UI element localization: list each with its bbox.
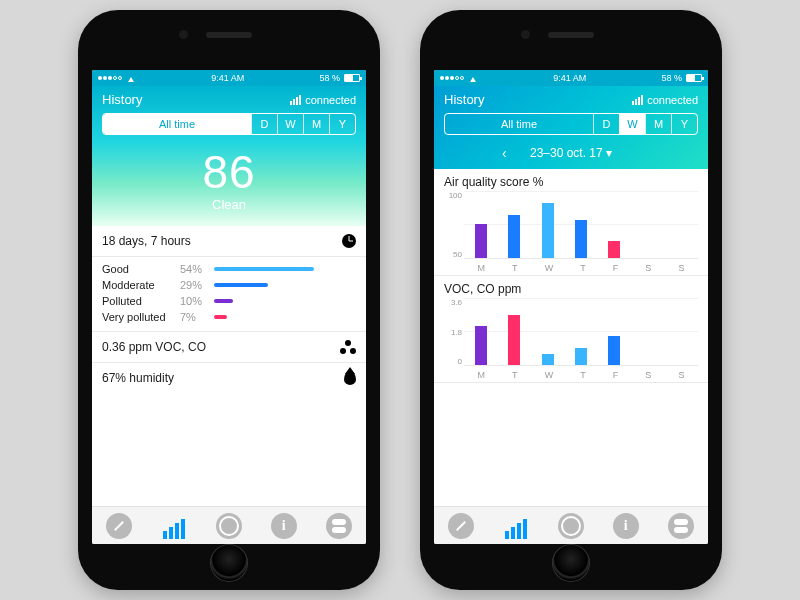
phone-left: 9:41 AM 58 % History connected All time … — [78, 10, 380, 590]
tab-settings[interactable] — [668, 513, 694, 539]
home-button[interactable] — [210, 544, 248, 582]
chart-block: Air quality score %10050MTWTFSS — [434, 169, 708, 276]
legend-percent: 7% — [180, 311, 214, 323]
range-segmented-control[interactable]: All time D W M Y — [102, 113, 356, 135]
x-axis-labels: MTWTFSS — [464, 370, 698, 380]
wifi-icon — [468, 74, 478, 82]
air-quality-label: Clean — [92, 197, 366, 212]
legend-bar — [214, 267, 314, 271]
chevron-down-icon: ▾ — [606, 146, 612, 160]
chart-bar — [607, 336, 621, 365]
x-tick: F — [613, 263, 619, 273]
prev-week-button[interactable]: ‹ — [502, 145, 520, 161]
molecule-icon — [340, 340, 356, 354]
legend-row: Good54% — [102, 261, 356, 277]
chart-bar — [474, 326, 488, 365]
x-tick: T — [512, 370, 518, 380]
humidity-text: 67% humidity — [102, 371, 174, 385]
chart-bar — [541, 203, 555, 258]
connection-indicator: connected — [290, 94, 356, 106]
voc-text: 0.36 ppm VOC, CO — [102, 340, 206, 354]
legend-percent: 54% — [180, 263, 214, 275]
legend-label: Polluted — [102, 295, 180, 307]
x-tick: M — [478, 370, 486, 380]
chart-bar — [474, 224, 488, 258]
legend-row: Modderate29% — [102, 277, 356, 293]
wifi-icon — [126, 74, 136, 82]
segment-all-time[interactable]: All time — [445, 114, 593, 134]
chart-title: VOC, CO ppm — [444, 282, 698, 296]
page-title: History — [444, 92, 484, 107]
segment-all-time[interactable]: All time — [103, 114, 251, 134]
chart-bar — [507, 215, 521, 258]
segment-day[interactable]: D — [593, 114, 619, 134]
segment-year[interactable]: Y — [671, 114, 697, 134]
battery-icon — [686, 74, 702, 82]
tab-info[interactable] — [271, 513, 297, 539]
tab-globe[interactable] — [558, 513, 584, 539]
x-tick: F — [613, 370, 619, 380]
legend-label: Very polluted — [102, 311, 180, 323]
x-tick: W — [545, 263, 554, 273]
chart-bar — [607, 241, 621, 258]
x-axis-labels: MTWTFSS — [464, 263, 698, 273]
x-tick: M — [478, 263, 486, 273]
connection-indicator: connected — [632, 94, 698, 106]
duration-row[interactable]: 18 days, 7 hours — [92, 226, 366, 257]
segment-day[interactable]: D — [251, 114, 277, 134]
tab-history[interactable] — [161, 513, 187, 539]
signal-bars-icon — [290, 95, 301, 105]
legend-row: Polluted10% — [102, 293, 356, 309]
legend-label: Modderate — [102, 279, 180, 291]
battery-percent: 58 % — [661, 73, 682, 83]
chart-block: VOC, CO ppm3.61.80MTWTFSS — [434, 276, 708, 383]
segment-week[interactable]: W — [277, 114, 303, 134]
connected-label: connected — [647, 94, 698, 106]
water-drop-icon — [344, 371, 356, 385]
tab-gauge[interactable] — [448, 513, 474, 539]
tab-history[interactable] — [503, 513, 529, 539]
humidity-row[interactable]: 67% humidity — [92, 363, 366, 393]
y-axis-labels: 3.61.80 — [444, 298, 462, 366]
chart-plot — [464, 298, 698, 366]
legend-label: Good — [102, 263, 180, 275]
segment-month[interactable]: M — [303, 114, 329, 134]
battery-percent: 58 % — [319, 73, 340, 83]
chart-title: Air quality score % — [444, 175, 698, 189]
tab-settings[interactable] — [326, 513, 352, 539]
status-bar: 9:41 AM 58 % — [92, 70, 366, 86]
x-tick: T — [580, 370, 586, 380]
segment-week[interactable]: W — [619, 114, 645, 134]
y-axis-labels: 10050 — [444, 191, 462, 259]
signal-bars-icon — [632, 95, 643, 105]
chart-bar — [507, 315, 521, 365]
legend-percent: 29% — [180, 279, 214, 291]
air-quality-score: 86 — [92, 145, 366, 199]
battery-icon — [344, 74, 360, 82]
legend-percent: 10% — [180, 295, 214, 307]
legend-bar — [214, 315, 227, 319]
chart-bar — [574, 348, 588, 365]
voc-row[interactable]: 0.36 ppm VOC, CO — [92, 332, 366, 363]
legend-bar — [214, 283, 268, 287]
x-tick: S — [645, 370, 651, 380]
tab-bar — [92, 506, 366, 544]
home-button[interactable] — [552, 544, 590, 582]
segment-month[interactable]: M — [645, 114, 671, 134]
status-time: 9:41 AM — [211, 73, 244, 83]
connected-label: connected — [305, 94, 356, 106]
x-tick: T — [512, 263, 518, 273]
tab-info[interactable] — [613, 513, 639, 539]
duration-text: 18 days, 7 hours — [102, 234, 191, 248]
tab-globe[interactable] — [216, 513, 242, 539]
x-tick: W — [545, 370, 554, 380]
range-segmented-control[interactable]: All time D W M Y — [444, 113, 698, 135]
signal-dots-icon — [440, 76, 464, 80]
date-range-label[interactable]: 23–30 oct. 17 ▾ — [530, 146, 612, 160]
quality-breakdown: Good54%Modderate29%Polluted10%Very pollu… — [92, 257, 366, 332]
chart-plot — [464, 191, 698, 259]
segment-year[interactable]: Y — [329, 114, 355, 134]
chart-bar — [541, 354, 555, 365]
tab-gauge[interactable] — [106, 513, 132, 539]
legend-bar — [214, 299, 233, 303]
